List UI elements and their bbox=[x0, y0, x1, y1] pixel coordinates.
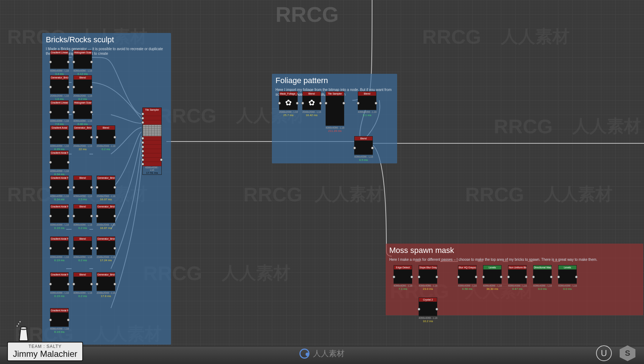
node-r7c[interactable]: Generator_Bricks2048x2048 - L1616.87 ms bbox=[97, 204, 115, 230]
node-m4[interactable]: Levels4096x4096 - L1636.30 ms bbox=[483, 265, 502, 291]
node-header: Generator_Bricks bbox=[50, 75, 69, 80]
node-f3[interactable]: Tile Sampler4096x4096 - L16211.24 ms bbox=[326, 91, 344, 133]
node-thumbnail bbox=[50, 105, 69, 119]
node-header: Histogram Scan bbox=[73, 100, 92, 105]
salt-shaker-icon bbox=[16, 321, 31, 343]
node-foliage-blend[interactable]: Blend4096x4096 - L166.5 ms bbox=[354, 136, 373, 162]
node-thumbnail bbox=[73, 130, 92, 144]
node-perf: 0.0 ms bbox=[533, 287, 552, 291]
node-header: Generator_Bricks bbox=[97, 204, 115, 209]
node-meta: 4096x4096 - L16 bbox=[50, 292, 69, 294]
svg-point-3 bbox=[20, 321, 21, 322]
node-meta: 4096x4096 - L16 bbox=[73, 70, 92, 72]
node-r3a[interactable]: Gradient Linear 24096x4096 - L167.8 ms bbox=[50, 100, 69, 126]
node-meta: 4096x4096 - L16 bbox=[50, 120, 69, 122]
node-meta: 4096x4096 - L16 bbox=[326, 126, 344, 129]
node-meta: 2048x2048 - L16 bbox=[97, 195, 115, 197]
node-thumbnail bbox=[50, 241, 69, 255]
node-perf: 0.2 ms bbox=[73, 294, 92, 298]
node-r4b[interactable]: Generator_Bricks2048x2048 - L1622 ms bbox=[73, 125, 92, 151]
node-r8c[interactable]: Generator_Bricks2048x2048 - L1617.24 ms bbox=[97, 236, 115, 262]
node-r7b[interactable]: Blend4096x4096 - L160.2 ms bbox=[73, 204, 92, 230]
node-meta: 4096x4096 - L16 bbox=[50, 195, 69, 197]
node-perf: 6.19 ms bbox=[50, 259, 69, 262]
author-badge: TEAM : SALTY Jimmy Malachier bbox=[7, 342, 83, 361]
node-r3b[interactable]: Histogram Scan4096x4096 - L166.00 ms bbox=[73, 100, 92, 126]
author-name: Jimmy Malachier bbox=[13, 349, 77, 359]
node-r4c[interactable]: Blend2048x2048 - L160.2 ms bbox=[97, 125, 115, 151]
node-thumbnail bbox=[50, 155, 69, 169]
node-r6b[interactable]: Blend4096x4096 - L160.5 ms bbox=[73, 176, 92, 201]
node-header: Edge Detect bbox=[394, 265, 412, 269]
node-meta: 4096x4096 - L16 bbox=[50, 256, 69, 258]
node-perf: 6.19 ms bbox=[50, 294, 69, 298]
node-m6[interactable]: Directional Warp4096x4096 - L160.0 ms bbox=[533, 265, 552, 291]
node-r8a[interactable]: Gradient Axial Reflected4096x4096 - L166… bbox=[50, 236, 69, 262]
node-header: Gradient Axial Reflected bbox=[50, 308, 69, 312]
node-header: Blend bbox=[73, 204, 92, 209]
node-perf: 17.24 ms bbox=[97, 259, 115, 262]
node-thumbnail bbox=[97, 180, 115, 194]
node-r7a[interactable]: Gradient Axial Reflected4096x4096 - L166… bbox=[50, 204, 69, 230]
frame-title: Foliage pattern bbox=[272, 74, 397, 87]
node-thumbnail bbox=[533, 269, 552, 284]
node-meta: 2048x2048 - L16 bbox=[50, 95, 69, 97]
node-m5[interactable]: Non Uniform Blur Grays…4096x4096 - L160.… bbox=[508, 265, 527, 291]
node-thumbnail bbox=[50, 277, 69, 291]
frame-title: Bricks/Rocks sculpt bbox=[42, 33, 171, 47]
node-header: Gradient Linear 4 bbox=[50, 50, 69, 54]
node-header: Generator_Bricks bbox=[97, 272, 115, 277]
node-header: Gradient Linear 2 bbox=[50, 100, 69, 105]
node-f4[interactable]: Blend4096x4096 - L163.1 ms bbox=[358, 91, 376, 117]
node-meta: 4096x4096 - L16 bbox=[508, 284, 527, 287]
node-r10a[interactable]: Gradient Axial Reflected4096x4096 - L166… bbox=[50, 308, 69, 334]
node-header: Blend bbox=[73, 272, 92, 277]
node-m8[interactable]: Crystal 24096x4096 - L1610.2 ms bbox=[419, 297, 437, 323]
svg-point-0 bbox=[20, 327, 27, 330]
node-thumbnail bbox=[558, 269, 577, 284]
node-meta: 2048x2048 - L16 bbox=[97, 145, 115, 147]
node-f2[interactable]: Blend2048x2048 - L1616.42 ms bbox=[302, 91, 321, 117]
node-m2[interactable]: Slope Blur Grayscale4096x4096 - L1623.0 … bbox=[419, 265, 437, 291]
node-thumbnail bbox=[419, 302, 437, 316]
node-r9c[interactable]: Generator_Bricks2048x2048 - L1617.8 ms bbox=[97, 272, 115, 298]
brand-text: 人人素材 bbox=[313, 348, 345, 359]
node-r1a[interactable]: Gradient Linear 44096x4096 - L163.4 ms bbox=[50, 50, 69, 76]
node-r2a[interactable]: Generator_Bricks2048x2048 - L161.6 ms bbox=[50, 75, 69, 101]
node-perf: 17.51 ms bbox=[143, 171, 161, 174]
node-perf: 16.07 ms bbox=[97, 198, 115, 201]
node-r1b[interactable]: Histogram Scan4096x4096 - L166.12 ms bbox=[73, 50, 92, 76]
node-perf: 6.5 ms bbox=[354, 158, 373, 162]
node-perf: 36.30 ms bbox=[483, 287, 502, 291]
node-perf: 22 ms bbox=[73, 148, 92, 151]
node-meta: 4096x4096 - L16 bbox=[50, 327, 69, 330]
node-r6c[interactable]: Generator_Bricks2048x2048 - L1616.07 ms bbox=[97, 176, 115, 201]
node-perf: 7.1 ms bbox=[394, 287, 412, 291]
node-perf: 16.42 ms bbox=[302, 114, 321, 117]
node-perf: 0.0 ms bbox=[558, 287, 577, 291]
node-r9a[interactable]: Gradient Axial Reflected4096x4096 - L166… bbox=[50, 272, 69, 298]
node-header: Gradient Axial Reflected bbox=[50, 204, 69, 209]
node-r6a[interactable]: Gradient Axial Reflected4096x4096 - L166… bbox=[50, 176, 69, 201]
node-r2b[interactable]: Blend2048x2048 - L160.2 ms bbox=[73, 75, 92, 101]
node-meta: 2048x2048 - L16 bbox=[279, 111, 298, 113]
node-m3[interactable]: Blur HQ Grayscale4096x4096 - L166.58 ms bbox=[458, 265, 477, 291]
node-r5a[interactable]: Gradient Axial Reflected4096x4096 - L166… bbox=[50, 150, 69, 176]
node-header: Blend bbox=[358, 91, 376, 96]
node-m7[interactable]: Levels4096x4096 - L160.0 ms bbox=[558, 265, 577, 291]
node-r9b[interactable]: Blend4096x4096 - L160.2 ms bbox=[73, 272, 92, 298]
node-thumbnail bbox=[97, 277, 115, 291]
svg-point-2 bbox=[17, 326, 18, 327]
node-tile-sampler[interactable]: Tile Sampler 4096x4096 - L16 17.51 ms bbox=[142, 107, 162, 175]
node-perf: 25.7 ms bbox=[279, 114, 298, 117]
node-header: Generator_Bricks bbox=[73, 125, 92, 130]
node-r4a[interactable]: Gradient Axial4096x4096 - L166.29 ms bbox=[50, 125, 69, 151]
node-header: Gradient Axial bbox=[50, 125, 69, 130]
unreal-logo-icon: U bbox=[596, 345, 612, 361]
node-m1[interactable]: Edge Detect4096x4096 - L167.1 ms bbox=[394, 265, 412, 291]
node-f1[interactable]: Mask_Foliage_Leaves2048x2048 - L1625.7 m… bbox=[279, 91, 298, 117]
node-r8b[interactable]: Blend4096x4096 - L160.2 ms bbox=[73, 236, 92, 262]
node-meta: 4096x4096 - L16 bbox=[533, 284, 552, 287]
team-label: TEAM : SALTY bbox=[13, 344, 77, 349]
node-header: Gradient Axial Reflected bbox=[50, 236, 69, 241]
